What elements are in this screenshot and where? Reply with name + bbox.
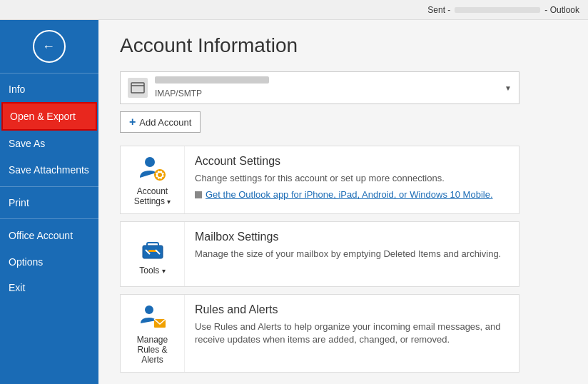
rules-alerts-title: Rules and Alerts <box>195 303 509 316</box>
mailbox-settings-card: Tools ▾ Mailbox Settings Manage the size… <box>120 221 519 287</box>
mailbox-settings-label: Tools ▾ <box>139 266 165 276</box>
sidebar-item-save-attachments[interactable]: Save Attachments <box>0 156 98 183</box>
sidebar-item-options[interactable]: Options <box>0 249 98 275</box>
account-type: IMAP/SMTP <box>155 89 202 98</box>
rules-alerts-desc: Use Rules and Alerts to help organize yo… <box>195 320 509 346</box>
sidebar-item-info[interactable]: Info <box>0 76 98 102</box>
page-title: Account Information <box>120 34 567 57</box>
outlook-label: - Outlook <box>544 5 579 15</box>
back-button[interactable]: ← <box>33 30 66 63</box>
sidebar-item-exit[interactable]: Exit <box>0 275 98 300</box>
account-info: IMAP/SMTP <box>155 76 499 99</box>
mailbox-settings-icon <box>138 233 167 261</box>
mailbox-settings-title: Mailbox Settings <box>195 231 509 243</box>
rules-alerts-card: Manage Rules & Alerts Rules and Alerts U… <box>120 294 519 373</box>
svg-point-18 <box>145 305 153 314</box>
link-icon <box>195 191 202 198</box>
account-selector[interactable]: IMAP/SMTP ▼ <box>120 71 519 104</box>
sent-label: Sent - <box>427 5 450 15</box>
sidebar-item-office-account[interactable]: Office Account <box>0 222 98 249</box>
sidebar: ← Info Open & Export Save As Save Attach… <box>0 20 98 384</box>
top-bar: Sent - - Outlook <box>0 0 588 20</box>
account-icon <box>128 78 148 98</box>
account-settings-icon-area[interactable]: Account Settings ▾ <box>121 146 185 213</box>
back-arrow-icon: ← <box>42 39 55 54</box>
rules-alerts-icon <box>138 302 167 330</box>
top-bar-sent-info: Sent - - Outlook <box>427 5 579 15</box>
rules-alerts-label: Manage Rules & Alerts <box>128 335 177 365</box>
sidebar-item-open-export[interactable]: Open & Export <box>1 102 97 131</box>
account-settings-label: Account Settings ▾ <box>128 186 177 206</box>
account-name-bar <box>155 76 269 84</box>
svg-point-2 <box>145 157 155 167</box>
mailbox-settings-content: Mailbox Settings Manage the size of your… <box>185 222 519 273</box>
svg-rect-0 <box>131 83 144 93</box>
mailbox-settings-icon-area[interactable]: Tools ▾ <box>121 222 185 286</box>
rules-alerts-content: Rules and Alerts Use Rules and Alerts to… <box>185 295 519 359</box>
svg-rect-14 <box>147 243 158 247</box>
add-account-plus-icon: + <box>129 116 136 128</box>
account-settings-link-text: Get the Outlook app for iPhone, iPad, An… <box>206 189 493 200</box>
add-account-label: Add Account <box>139 117 191 128</box>
account-settings-link[interactable]: Get the Outlook app for iPhone, iPad, An… <box>195 189 509 200</box>
account-settings-desc: Change settings for this account or set … <box>195 172 509 185</box>
main-layout: ← Info Open & Export Save As Save Attach… <box>0 20 588 384</box>
account-settings-content: Account Settings Change settings for thi… <box>185 146 519 208</box>
content-area: Account Information IMAP/SMTP ▼ + Add Ac… <box>98 20 588 384</box>
rules-alerts-icon-area[interactable]: Manage Rules & Alerts <box>121 295 185 372</box>
account-settings-title: Account Settings <box>195 155 509 168</box>
sidebar-item-save-as[interactable]: Save As <box>0 131 98 156</box>
add-account-button[interactable]: + Add Account <box>120 111 201 133</box>
mailbox-settings-desc: Manage the size of your mailbox by empty… <box>195 248 509 261</box>
account-settings-icon <box>138 153 167 182</box>
account-dropdown-arrow-icon[interactable]: ▼ <box>505 84 512 92</box>
svg-point-4 <box>158 173 162 177</box>
progress-bar <box>455 7 540 13</box>
sidebar-divider-top <box>0 73 98 74</box>
sidebar-divider-mid <box>0 186 98 187</box>
sidebar-divider-mid2 <box>0 218 98 219</box>
account-settings-card: Account Settings ▾ Account Settings Chan… <box>120 146 519 214</box>
sidebar-item-print[interactable]: Print <box>0 190 98 216</box>
